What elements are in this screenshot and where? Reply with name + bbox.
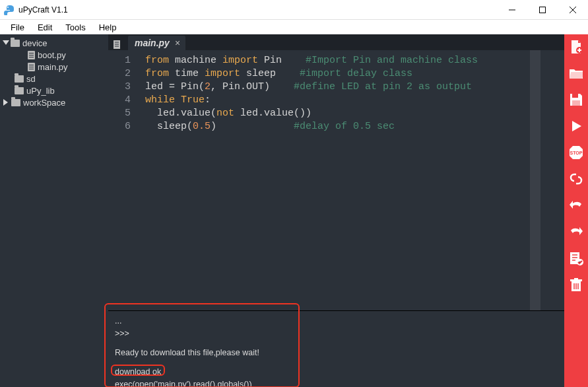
tree-label: device	[22, 38, 48, 48]
open-file-button[interactable]	[568, 65, 585, 82]
folder-icon	[11, 99, 20, 106]
menu-tools[interactable]: Tools	[59, 21, 92, 34]
menu-edit[interactable]: Edit	[31, 21, 59, 34]
save-button[interactable]	[568, 91, 585, 108]
svg-rect-10	[572, 94, 578, 98]
tree-label: uPy_lib	[26, 86, 55, 96]
download-run-button[interactable]	[568, 118, 585, 135]
title-bar: uPyCraft V1.1	[0, 0, 588, 20]
window-title: uPyCraft V1.1	[18, 5, 497, 15]
file-tree: device boot.py main.py sd uPy_lib workSp…	[0, 34, 108, 387]
new-file-button[interactable]	[568, 38, 585, 55]
file-icon	[28, 63, 35, 71]
svg-text:STOP: STOP	[570, 151, 583, 155]
folder-icon	[11, 40, 20, 47]
close-tab-icon[interactable]: ×	[175, 38, 180, 48]
stop-button[interactable]: STOP	[568, 144, 585, 161]
tree-label: boot.py	[38, 50, 66, 60]
syntax-check-button[interactable]	[568, 250, 585, 267]
scrollbar[interactable]	[530, 50, 540, 310]
menu-bar: File Edit Tools Help	[0, 20, 588, 34]
file-icon	[112, 40, 123, 50]
file-icon	[28, 51, 35, 59]
code-editor[interactable]: 1 2 3 4 5 6 from machine import Pin #Imp…	[108, 50, 564, 310]
folder-icon	[15, 75, 24, 83]
tree-label: workSpace	[23, 98, 65, 108]
tree-item-bootpy[interactable]: boot.py	[0, 49, 108, 61]
folder-icon	[15, 87, 24, 94]
tree-item-sd[interactable]: sd	[0, 73, 108, 85]
tree-item-upylib[interactable]: uPy_lib	[0, 85, 108, 96]
app-logo-icon	[4, 5, 15, 15]
tree-label: sd	[26, 74, 36, 84]
menu-file[interactable]: File	[4, 21, 31, 34]
connect-button[interactable]	[568, 170, 585, 188]
svg-rect-11	[572, 100, 580, 106]
tab-label: main.py	[135, 38, 170, 48]
undo-button[interactable]	[568, 197, 585, 214]
tree-item-device[interactable]: device	[0, 37, 108, 49]
svg-rect-2	[540, 7, 546, 13]
svg-point-0	[7, 7, 9, 8]
tab-mainpy[interactable]: main.py ×	[128, 36, 185, 50]
tree-item-mainpy[interactable]: main.py	[0, 61, 108, 73]
minimize-button[interactable]	[497, 0, 527, 20]
tab-bar: main.py ×	[108, 34, 564, 50]
tree-label: main.py	[38, 62, 68, 72]
menu-help[interactable]: Help	[92, 21, 123, 34]
annotation-highlight	[111, 365, 165, 376]
right-toolbar: STOP	[564, 34, 588, 387]
line-gutter: 1 2 3 4 5 6	[108, 54, 136, 310]
maximize-button[interactable]	[527, 0, 558, 20]
clear-button[interactable]	[568, 276, 585, 293]
tree-item-workspace[interactable]: workSpace	[0, 96, 108, 108]
close-button[interactable]	[558, 0, 588, 20]
redo-button[interactable]	[568, 223, 585, 240]
code-area[interactable]: from machine import Pin #Import Pin and …	[136, 54, 564, 310]
terminal-panel[interactable]: ... >>> Ready to download this file,plea…	[108, 310, 564, 387]
